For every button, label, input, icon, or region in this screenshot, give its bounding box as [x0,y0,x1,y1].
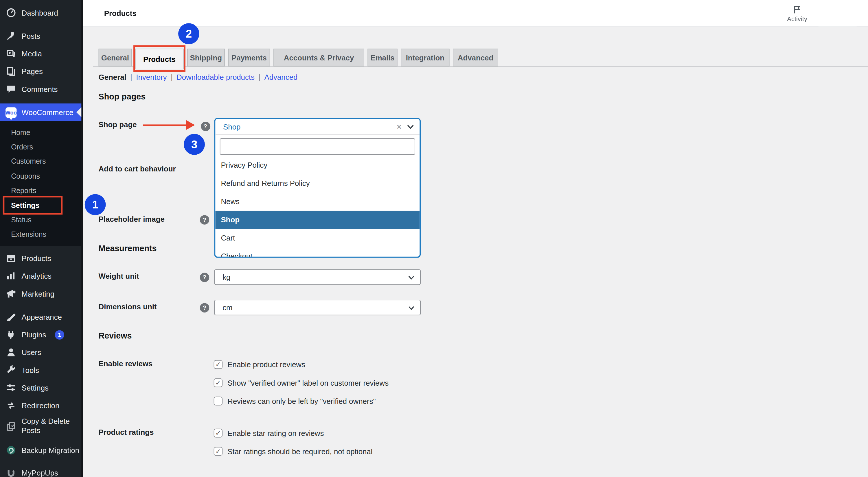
enable-product-reviews-checkbox[interactable]: ✓ [214,360,223,369]
subnav-link-inventory[interactable]: Inventory [136,73,167,81]
activity-button[interactable]: Activity [775,3,819,22]
sidebar-item-appearance[interactable]: Appearance [0,308,81,326]
option-news[interactable]: News [215,193,420,211]
sidebar-item-label: Appearance [22,313,62,321]
chevron-down-icon [408,303,414,312]
option-cart[interactable]: Cart [215,229,420,247]
reviews-heading: Reviews [99,331,132,340]
submenu-item-orders[interactable]: Orders [0,140,81,154]
sidebar-item-mypopups[interactable]: MyPopUps [0,464,81,477]
mypopups-u-icon [5,468,17,477]
sidebar-item-products[interactable]: Products [0,249,81,267]
products-box-icon [5,253,17,264]
help-tip-icon[interactable]: ? [200,215,210,224]
flag-icon [792,3,802,14]
plug-icon [5,329,17,340]
annotation-step-1-badge: 1 [85,194,106,215]
subnav-general: General [99,73,126,81]
sidebar-item-comments[interactable]: Comments [0,80,81,98]
submenu-item-status[interactable]: Status [0,212,81,227]
verified-owners-only-checkbox[interactable]: ✓ [214,397,223,406]
submenu-item-settings[interactable]: Settings [0,198,81,212]
tab-products[interactable]: Products [135,48,184,69]
star-rating-required-checkbox[interactable]: ✓ [214,447,223,456]
help-tip-icon[interactable]: ? [200,272,210,282]
sidebar-item-marketing[interactable]: Marketing [0,285,81,303]
sidebar-item-analytics[interactable]: Analytics [0,267,81,285]
sidebar-item-pages[interactable]: Pages [0,62,81,80]
sidebar-item-label: WooCommerce [22,108,73,116]
sidebar-item-settings[interactable]: Settings [0,379,81,397]
tab-emails[interactable]: Emails [368,48,397,66]
clear-selection-icon[interactable]: × [397,122,401,131]
annotation-step-2-badge: 2 [178,23,199,44]
bar-chart-icon [5,271,17,281]
select2-selected-value: Shop [223,123,241,131]
help-tip-icon[interactable]: ? [201,122,210,131]
chevron-down-icon[interactable] [407,124,414,129]
dimensions-unit-select[interactable]: cm [214,300,421,315]
checkbox-row: ✓ Enable product reviews [214,360,305,369]
sidebar-item-redirection[interactable]: Redirection [0,397,81,414]
submenu-item-extensions[interactable]: Extensions [0,227,81,242]
sidebar-item-woocommerce[interactable]: Woo WooCommerce [0,103,81,121]
media-icon [5,48,17,59]
verified-owner-label-checkbox[interactable]: ✓ [214,378,223,387]
add-to-cart-behaviour-label: Add to cart behaviour [99,165,210,173]
megaphone-icon [5,288,17,299]
sidebar-item-label: Users [22,348,41,357]
tab-general[interactable]: General [99,48,132,66]
selected-menu-arrow [76,107,81,117]
sidebar-item-dashboard[interactable]: Dashboard [0,4,81,22]
shop-pages-heading: Shop pages [99,92,146,101]
tab-shipping[interactable]: Shipping [187,48,225,66]
weight-unit-select[interactable]: kg [214,269,421,285]
sidebar-item-label: Products [22,254,51,263]
submenu-item-home[interactable]: Home [0,125,81,139]
enable-reviews-label: Enable reviews [99,360,210,368]
sidebar-item-users[interactable]: Users [0,343,81,361]
checkbox-row: ✓ Enable star rating on reviews [214,429,324,438]
dashboard-icon [5,7,17,18]
tab-advanced[interactable]: Advanced [453,48,498,66]
paintbrush-icon [5,311,17,322]
tab-integration[interactable]: Integration [401,48,450,66]
enable-star-rating-checkbox[interactable]: ✓ [214,429,223,438]
tab-accounts-privacy[interactable]: Accounts & Privacy [273,48,364,66]
option-shop-highlighted[interactable]: Shop [215,211,420,229]
sidebar-item-copy-delete-posts[interactable]: Copy & Delete Posts [0,414,81,439]
option-refund-returns-policy[interactable]: Refund and Returns Policy [215,174,420,193]
submenu-item-reports[interactable]: Reports [0,183,81,198]
select2-selected-row[interactable]: Shop × [215,119,420,135]
sidebar-item-label: Redirection [22,401,60,410]
sidebar-item-label: MyPopUps [22,469,58,477]
shop-page-select2-dropdown: Shop × Privacy Policy Refund and Returns… [214,118,421,258]
sidebar-item-label: Dashboard [22,9,58,17]
tab-payments[interactable]: Payments [228,48,270,66]
weight-unit-label: Weight unit [99,272,210,280]
annotation-arrow-line [143,124,187,126]
chevron-down-icon [408,273,414,281]
option-privacy-policy[interactable]: Privacy Policy [215,156,420,174]
pages-icon [5,66,17,77]
wrench-icon [5,365,17,376]
sidebar-item-media[interactable]: Media [0,45,81,62]
submenu-item-coupons[interactable]: Coupons [0,169,81,183]
pushpin-icon [5,30,17,41]
select2-search-input[interactable] [220,138,415,155]
help-tip-icon[interactable]: ? [200,303,210,312]
sidebar-item-label: Marketing [22,290,54,298]
sidebar-item-posts[interactable]: Posts [0,27,81,45]
submenu-item-customers[interactable]: Customers [0,154,81,169]
sidebar-item-tools[interactable]: Tools [0,361,81,379]
subnav-link-downloadable[interactable]: Downloadable products [177,73,255,81]
admin-sidebar: Dashboard Posts Media Pages Comments [0,0,83,477]
sidebar-item-backup-migration[interactable]: Backup Migration [0,441,81,459]
top-bar: Products Activity Finish setup [83,0,868,27]
subnav-link-advanced[interactable]: Advanced [264,73,298,81]
sidebar-item-plugins[interactable]: Plugins 1 [0,326,81,343]
checkbox-row: ✓ Star ratings should be required, not o… [214,447,373,456]
redirect-arrows-icon [5,400,17,411]
sidebar-item-label: Settings [22,384,49,392]
option-checkout[interactable]: Checkout [215,247,420,258]
